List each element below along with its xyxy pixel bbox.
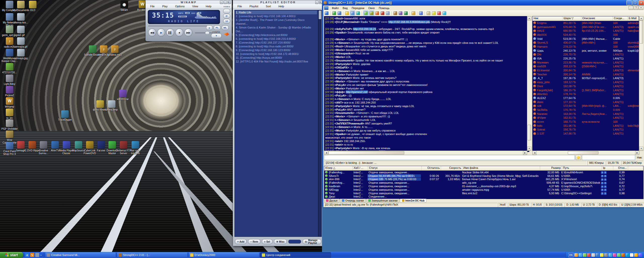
scrollbar-thumb[interactable] <box>528 125 531 140</box>
transfers-panel[interactable]: Юзер △Хаб / ...СтатусОсталосьСкоростьИмя… <box>324 166 643 199</box>
tray-icon-2[interactable] <box>579 253 582 257</box>
recent-hubs-icon[interactable] <box>356 11 360 16</box>
playlist-menu-help[interactable]: Help <box>276 4 286 8</box>
tray-icon-1[interactable] <box>574 253 578 257</box>
winamp-menu-view[interactable]: View <box>190 4 200 8</box>
chat-vscrollbar[interactable]: ▲ ▼ <box>527 16 532 151</box>
taskbar-task-d-edonkey2000[interactable]: D:\eDonkey2000 <box>188 252 259 258</box>
hub-chat[interactable]: [22:28] <Rozi> basaev666: хоти[22:28] <[… <box>324 16 529 152</box>
playlist-menu-file[interactable]: File <box>235 4 244 8</box>
scrollbar-thumb[interactable] <box>328 151 404 154</box>
tray-icon-9[interactable] <box>609 253 612 257</box>
winamp-titlebar[interactable]: WINAMP – ▫ ✕ <box>146 0 232 4</box>
playlist-item[interactable]: 12. [HTTP/1.0 404 File Not Found] http:/… <box>236 60 317 63</box>
playlist-toggle-button[interactable]: PL <box>214 25 221 30</box>
chat-link[interactable]: http://10.200.16.21 <box>353 27 376 30</box>
settings-icon[interactable] <box>419 11 423 16</box>
language-indicator[interactable]: EN <box>568 253 574 257</box>
playlist-item[interactable]: 10. [connecting to host] http://192.168.… <box>236 52 317 56</box>
userlist-row[interactable]: Alein177,10 ГБLAN(T1) <box>533 100 639 104</box>
userlist-row[interactable]: Teacher200,14 ГБANIMELAN(T1) <box>533 72 639 76</box>
follow-redirect-icon[interactable] <box>337 11 342 16</box>
desktop-icon-чат-сети-interzet[interactable]: Чат сети InterZet <box>126 141 144 155</box>
desktop-icon-sennaya-jpg[interactable]: sennaya.jpg <box>12 49 30 60</box>
search-spy-icon[interactable] <box>398 11 403 16</box>
internet-explorer-icon[interactable]: e <box>25 253 29 257</box>
transfers-column-5[interactable]: Скорость <box>441 166 462 170</box>
transfer-row[interactable]: slon-999InterZ...Отдано 189,75 МБ (28,7%… <box>324 178 643 181</box>
start-button[interactable]: start <box>0 252 23 258</box>
drawer-pill-2[interactable]: ⟳ <box>223 14 230 18</box>
transfer-row[interactable]: TonyInterZ...Отдача завершена, ожидание.… <box>324 191 643 195</box>
desktop-icon-tracedigger[interactable]: TraceDigger <box>56 110 74 121</box>
userlist-row[interactable]: Void519,00 ГБ[4M+/4M+] Фильм...Cable <box>533 37 639 41</box>
winamp-menu-file[interactable]: File <box>148 4 157 8</box>
tray-icon-15[interactable] <box>634 253 638 257</box>
transfers-column-3[interactable]: Статус <box>368 166 422 170</box>
shade-icon[interactable]: ▫ <box>315 1 318 4</box>
userlist-row[interactable]: Малевич223,86 ГБнемного музычки,...LAN(T… <box>533 60 639 64</box>
emoticon-button[interactable] <box>576 155 581 160</box>
child-minimize-icon[interactable]: – <box>629 6 633 10</box>
search-icon[interactable] <box>385 11 390 16</box>
scroll-left-icon[interactable]: ◀ <box>533 151 537 155</box>
chat-hscrollbar[interactable]: ◀ ▶ <box>324 151 527 155</box>
desktop-icon-unlea-bmp[interactable]: Unlea.bmp <box>103 100 121 111</box>
userlist-row[interactable]: ISA226,25 ГБLAN(T1) <box>533 56 639 60</box>
userlist-row[interactable]: Sokrat150,76 ГБLAN(T1) <box>533 128 639 132</box>
scrollbar-thumb[interactable] <box>319 11 321 19</box>
limiter-icon[interactable] <box>437 11 441 16</box>
playlist-item[interactable]: 9. [Connecting] http://192.168.180.123:8… <box>236 48 317 52</box>
playlist-item[interactable]: 6. [connecting to host] http://192.168.2… <box>236 37 317 41</box>
userlist-row[interactable]: Dont192,08 ГБLAN(T1) <box>533 84 639 88</box>
playlist-titlebar[interactable]: PLAYLIST EDITOR ▫ ✕ <box>233 0 322 4</box>
playlist-list[interactable]: 1. Radio Life2. [connecting to host] htt… <box>234 10 318 237</box>
desktop-icon-to-en[interactable]: to_en <box>1 109 19 119</box>
next-button[interactable]: ▶▶ <box>184 28 192 37</box>
volume-slider[interactable] <box>195 33 213 33</box>
userlist-row[interactable]: Dio226,70 ГБLAN(T1) <box>533 53 639 57</box>
userlist-row[interactable]: HALE666,59 ГБftp://10.23.20.194...LAN(T1… <box>533 29 639 33</box>
userlist-row[interactable]: .A_T197,36 ГБМУЛЬТ-портал(об...LAN(T3) <box>533 76 639 80</box>
userlist-row[interactable]: Hamann278,23 ГБ100voxel2000@ra... <box>533 45 639 49</box>
hub-userlist[interactable]: НикШара ▽ОписаниеСоеди...E-Mail Enigma85… <box>532 16 639 154</box>
userlist-row[interactable]: SaTARa170,78 ГБ0.005 <box>533 108 639 112</box>
public-hubs-icon[interactable] <box>324 11 329 16</box>
playlist-item[interactable]: 8. [connecting to host] http://rus-radio… <box>236 45 317 48</box>
userlist-row[interactable]: Fargoth[Jah]186,15 ГБ[1.5M/1.5M]Работ...… <box>533 88 639 92</box>
play-button[interactable]: ▶ <box>157 28 165 37</box>
desktop-icon-pgp-shredder[interactable]: PGP Shredder <box>1 119 19 130</box>
chat-message-input[interactable] <box>324 155 575 160</box>
playlist-menu-sort[interactable]: Sort <box>264 4 273 8</box>
adl-search-icon[interactable] <box>393 11 398 16</box>
seek-bar[interactable] <box>148 26 211 27</box>
transfers-column-2[interactable]: Хаб / ... <box>353 166 368 170</box>
config-dropdown[interactable]: ▼ <box>211 34 222 38</box>
scroll-down-icon[interactable]: ▼ <box>639 147 643 151</box>
transfers-header[interactable]: Юзер △Хаб / ...СтатусОсталосьСкоростьИмя… <box>324 166 643 171</box>
rem-button[interactable]: −Rem <box>248 239 260 244</box>
transfers-column-9[interactable]: Ip <box>602 166 613 170</box>
tray-icon-10[interactable] <box>613 253 616 257</box>
userlist-header[interactable]: НикШара ▽ОписаниеСоеди...E-Mail <box>533 16 639 21</box>
scrollbar-thumb[interactable] <box>568 151 598 154</box>
userlist-row[interactable]: xcore160,71 ГБкуча всякости100 <box>533 120 639 124</box>
video-drawer-label[interactable]: VIDEO <box>223 6 230 8</box>
playlist-item[interactable]: 11. [Connecting] http://tusya.zet:8000/ <box>236 56 317 60</box>
userlist-row[interactable]: Enigma851,00 ГБ[4M+/4M+]Main100admin@nwd… <box>533 21 639 25</box>
userlist-hscrollbar[interactable]: ◀ ▶ <box>532 151 639 155</box>
tray-icon-4[interactable] <box>587 253 591 257</box>
userlist-row[interactable]: Naranec163,00 ГБЛисты,Видео(Ани...LAN(T1… <box>533 112 639 116</box>
help-icon[interactable] <box>442 11 447 16</box>
scroll-right-icon[interactable]: ▶ <box>635 151 639 155</box>
tray-icon-14[interactable] <box>630 253 633 257</box>
desktop-icon-sennaya-gif[interactable]: sennaya.gif <box>12 37 30 48</box>
transfers-column-7[interactable]: Размер <box>540 166 562 170</box>
desktop-icon-shema-nos-[interactable]: shema-nos... <box>12 13 30 24</box>
userlist-row[interactable]: drViper162,51 ГБLAN(T1) <box>533 116 639 120</box>
transfers-column-8[interactable]: Путь <box>562 166 602 170</box>
transfer-row[interactable]: {FallenAng...InterZ...Отдача завершена, … <box>324 171 643 174</box>
transfer-row[interactable]: loadbrainInterZ...Отдача завершена, ожид… <box>324 184 643 188</box>
strongdc-titlebar[interactable]: StrongDC++ 2.01 - [InterZet DC Hub (dc.z… <box>323 0 644 6</box>
away-icon[interactable] <box>431 11 436 16</box>
